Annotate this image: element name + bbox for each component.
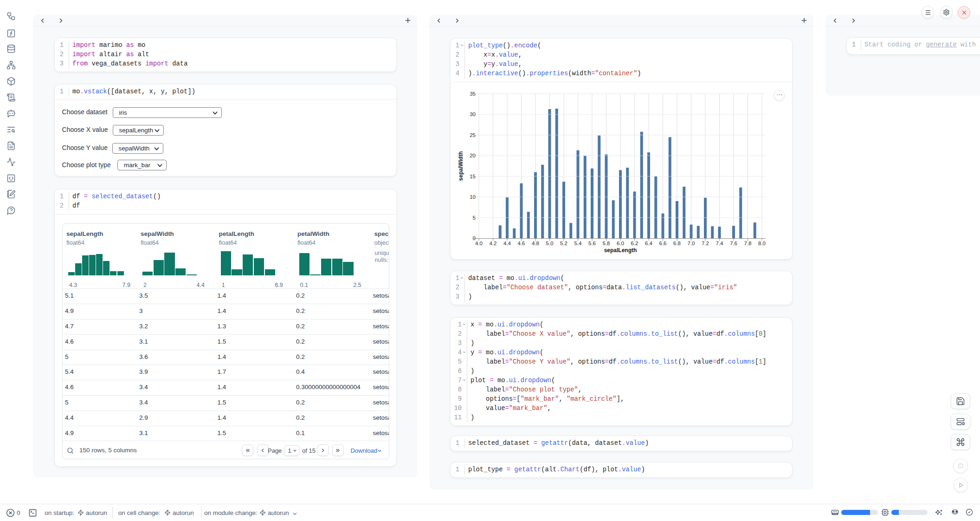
svg-text:10: 10 <box>470 194 476 200</box>
svg-text:6.4: 6.4 <box>645 241 653 246</box>
svg-text:4.6: 4.6 <box>518 241 525 246</box>
svg-text:30: 30 <box>470 111 476 117</box>
svg-text:sepalLength: sepalLength <box>604 247 637 254</box>
svg-text:15: 15 <box>470 174 476 179</box>
svg-text:6.0: 6.0 <box>617 241 624 246</box>
svg-text:7.6: 7.6 <box>730 241 737 246</box>
svg-text:5.0: 5.0 <box>546 241 554 246</box>
svg-text:6.2: 6.2 <box>631 241 638 246</box>
svg-text:7.0: 7.0 <box>688 241 695 246</box>
svg-text:8.0: 8.0 <box>758 241 766 246</box>
svg-text:7.4: 7.4 <box>716 241 724 246</box>
svg-text:sepalWidth: sepalWidth <box>458 151 464 181</box>
svg-text:7.8: 7.8 <box>744 241 752 246</box>
svg-text:35: 35 <box>470 91 476 97</box>
svg-text:4.0: 4.0 <box>475 241 483 246</box>
svg-text:25: 25 <box>470 132 476 138</box>
svg-text:4.2: 4.2 <box>490 241 497 246</box>
svg-text:5.8: 5.8 <box>603 241 610 246</box>
svg-text:4.8: 4.8 <box>532 241 539 246</box>
svg-text:5.4: 5.4 <box>574 241 582 246</box>
svg-text:5.2: 5.2 <box>560 241 567 246</box>
svg-text:5.6: 5.6 <box>588 241 596 246</box>
svg-text:5: 5 <box>473 215 476 221</box>
svg-text:6.6: 6.6 <box>659 241 667 246</box>
svg-text:20: 20 <box>470 153 476 158</box>
svg-text:6.8: 6.8 <box>673 241 681 246</box>
svg-text:7.2: 7.2 <box>702 241 709 246</box>
svg-text:4.4: 4.4 <box>503 241 511 246</box>
